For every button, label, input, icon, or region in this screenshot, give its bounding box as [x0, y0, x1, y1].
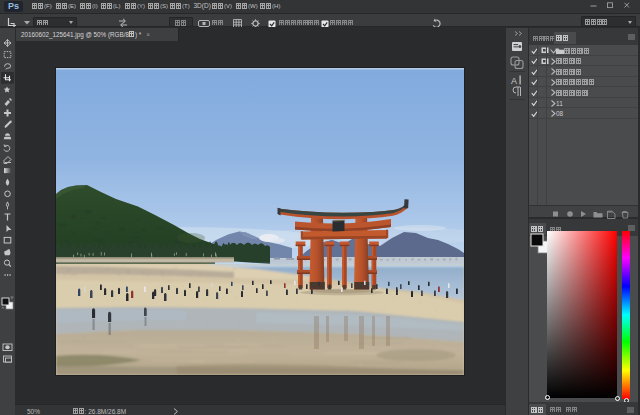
svg-text:A: A [511, 76, 517, 86]
